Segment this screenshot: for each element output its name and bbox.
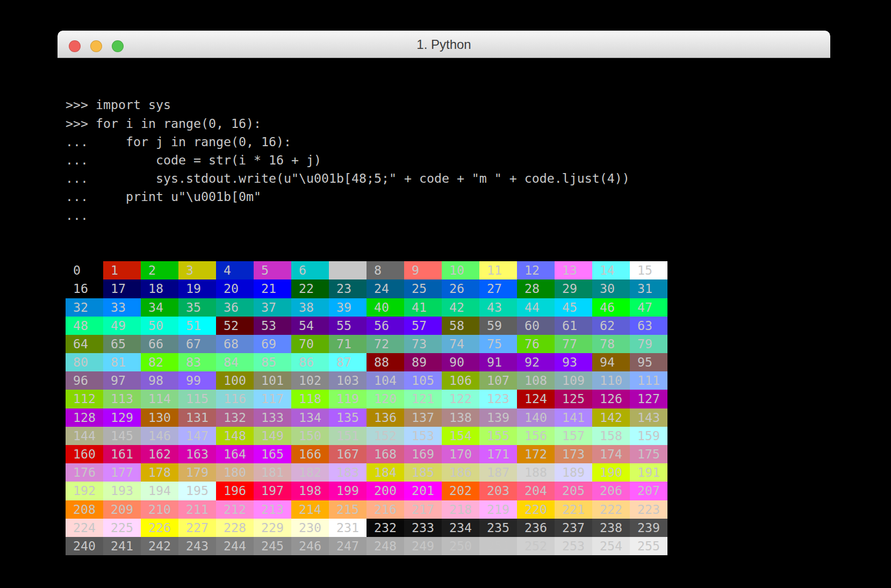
color-cell-97: 97 [103,371,141,390]
color-cell-113: 113 [103,390,141,408]
color-cell-103: 103 [329,371,367,390]
color-cell-26: 26 [442,279,479,298]
color-cell-198: 198 [291,482,329,500]
terminal-content[interactable]: >>> import sys>>> for i in range(0, 16):… [58,58,830,559]
color-cell-76: 76 [517,335,555,353]
color-cell-119: 119 [329,390,367,408]
color-cell-122: 122 [442,390,479,408]
color-cell-209: 209 [103,500,141,519]
color-cell-65: 65 [103,335,141,353]
color-cell-145: 145 [103,427,141,445]
zoom-button[interactable] [112,40,124,52]
terminal-line: >>> import sys [66,96,830,114]
color-cell-2: 2 [141,261,178,279]
color-cell-228: 228 [216,519,254,537]
color-grid-row: 208 209 210 211 212 213 214 215 216 217 … [66,500,830,519]
color-cell-118: 118 [291,390,329,408]
color-grid-row: 112 113 114 115 116 117 118 119 120 121 … [66,390,830,408]
color-cell-115: 115 [178,390,216,408]
minimize-button[interactable] [90,40,102,52]
color-cell-216: 216 [367,500,404,519]
color-cell-63: 63 [630,317,667,335]
color-cell-201: 201 [404,482,442,500]
terminal-line: ... print u"\u001b[0m" [66,188,830,206]
color-cell-254: 254 [592,537,630,555]
terminal-line: >>> for i in range(0, 16): [66,114,830,133]
color-cell-252: 252 [517,537,555,555]
color-cell-3: 3 [178,261,216,279]
color-cell-129: 129 [103,408,141,427]
color-cell-207: 207 [630,482,667,500]
color-cell-231: 231 [329,519,367,537]
color-cell-71: 71 [329,335,367,353]
color-cell-125: 125 [555,390,592,408]
color-cell-117: 117 [254,390,291,408]
color-cell-112: 112 [66,390,103,408]
color-cell-1: 1 [103,261,141,279]
color-cell-247: 247 [329,537,367,555]
color-cell-241: 241 [103,537,141,555]
color-cell-127: 127 [630,390,667,408]
color-cell-96: 96 [66,371,103,390]
color-cell-214: 214 [291,500,329,519]
color-cell-136: 136 [367,408,404,427]
color-cell-54: 54 [291,317,329,335]
color-cell-43: 43 [479,298,517,317]
color-cell-203: 203 [479,482,517,500]
window-title: 1. Python [58,31,830,58]
color-cell-219: 219 [479,500,517,519]
color-cell-160: 160 [66,445,103,463]
color-cell-188: 188 [517,463,555,482]
close-button[interactable] [69,40,81,52]
color-cell-235: 235 [479,519,517,537]
color-cell-180: 180 [216,463,254,482]
color-cell-106: 106 [442,371,479,390]
color-cell-246: 246 [291,537,329,555]
color-cell-204: 204 [517,482,555,500]
color-cell-192: 192 [66,482,103,500]
window-titlebar[interactable]: 1. Python [58,31,830,58]
color-cell-222: 222 [592,500,630,519]
color-cell-107: 107 [479,371,517,390]
color-cell-60: 60 [517,317,555,335]
color-cell-13: 13 [555,261,592,279]
terminal-window[interactable]: 1. Python >>> import sys>>> for i in ran… [58,31,830,559]
color-cell-77: 77 [555,335,592,353]
color-cell-155: 155 [479,427,517,445]
color-cell-44: 44 [517,298,555,317]
terminal-line: ... for j in range(0, 16): [66,133,830,151]
color-grid-row: 224 225 226 227 228 229 230 231 232 233 … [66,519,830,537]
color-cell-61: 61 [555,317,592,335]
color-cell-244: 244 [216,537,254,555]
color-cell-114: 114 [141,390,178,408]
color-cell-186: 186 [442,463,479,482]
color-cell-255: 255 [630,537,667,555]
color-cell-35: 35 [178,298,216,317]
color-cell-38: 38 [291,298,329,317]
color-cell-229: 229 [254,519,291,537]
color-cell-15: 15 [630,261,667,279]
color-cell-75: 75 [479,335,517,353]
color-cell-90: 90 [442,353,479,371]
color-cell-0: 0 [66,261,103,279]
color-cell-172: 172 [517,445,555,463]
color-cell-189: 189 [555,463,592,482]
color-cell-128: 128 [66,408,103,427]
color-cell-151: 151 [329,427,367,445]
color-grid-row: 192 193 194 195 196 197 198 199 200 201 … [66,482,830,500]
color-cell-243: 243 [178,537,216,555]
color-cell-173: 173 [555,445,592,463]
color-cell-8: 8 [367,261,404,279]
color-cell-161: 161 [103,445,141,463]
color-cell-52: 52 [216,317,254,335]
color-cell-142: 142 [592,408,630,427]
color-cell-126: 126 [592,390,630,408]
color-cell-206: 206 [592,482,630,500]
color-cell-130: 130 [141,408,178,427]
color-cell-49: 49 [103,317,141,335]
repl-transcript: >>> import sys>>> for i in range(0, 16):… [66,96,830,224]
color-cell-154: 154 [442,427,479,445]
color-cell-51: 51 [178,317,216,335]
color-cell-234: 234 [442,519,479,537]
color-cell-224: 224 [66,519,103,537]
